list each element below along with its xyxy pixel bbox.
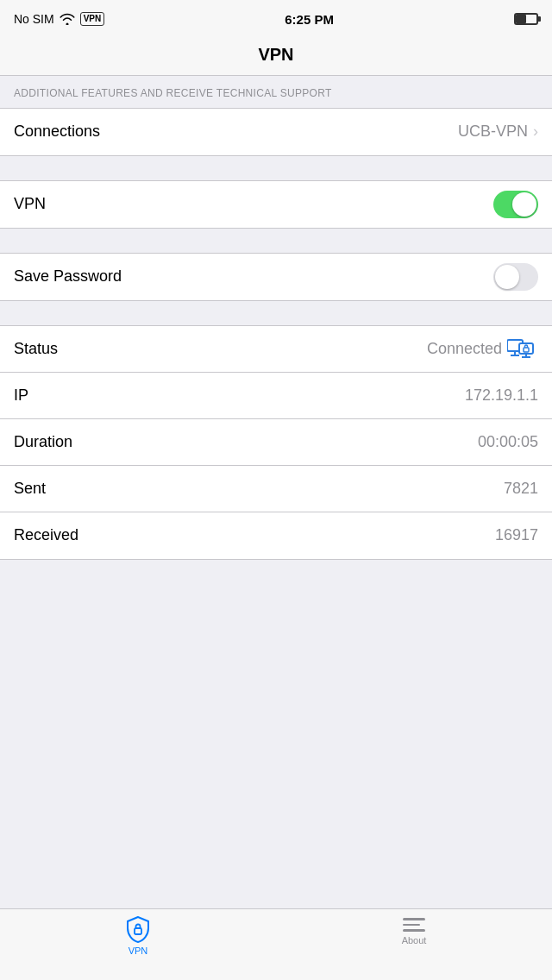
connections-group: Connections UCB-VPN › (0, 108, 552, 156)
duration-value: 00:00:05 (478, 433, 538, 451)
save-password-toggle[interactable] (493, 263, 538, 291)
status-left: No SIM VPN (14, 12, 104, 26)
duration-label: Duration (14, 433, 72, 451)
connected-icon (507, 336, 538, 361)
connections-chevron: › (533, 122, 538, 141)
info-group: Status Connected (0, 325, 552, 560)
wifi-icon (60, 13, 75, 25)
connections-value: UCB-VPN › (458, 122, 538, 141)
tab-about[interactable]: About (276, 916, 552, 945)
page-title: VPN (258, 45, 293, 64)
status-bar: No SIM VPN 6:25 PM (0, 0, 552, 38)
section-header: ADDITIONAL FEATURES AND RECEIVE TECHNICA… (0, 76, 552, 108)
vpn-toggle-thumb (512, 192, 536, 217)
svg-rect-7 (135, 928, 141, 934)
save-password-group: Save Password (0, 253, 552, 301)
vpn-toggle-row: VPN (0, 181, 552, 228)
received-value: 16917 (495, 526, 538, 544)
main-content: ADDITIONAL FEATURES AND RECEIVE TECHNICA… (0, 76, 552, 946)
status-row: Status Connected (0, 326, 552, 373)
spacer-3 (0, 301, 552, 325)
spacer-2 (0, 229, 552, 253)
status-label: Status (14, 340, 58, 358)
received-label: Received (14, 526, 78, 544)
ip-label: IP (14, 386, 28, 405)
save-password-toggle-thumb (495, 265, 519, 289)
vpn-toggle[interactable] (493, 191, 538, 218)
vpn-tab-icon (126, 916, 150, 944)
tab-vpn[interactable]: VPN (0, 916, 276, 956)
received-row: Received 16917 (0, 512, 552, 559)
status-right (514, 13, 538, 25)
vpn-tab-label: VPN (129, 945, 148, 956)
tab-bar: VPN About (0, 908, 552, 980)
status-time: 6:25 PM (285, 12, 334, 27)
ip-row: IP 172.19.1.1 (0, 373, 552, 419)
vpn-toggle-group: VPN (0, 180, 552, 229)
vpn-status-badge: VPN (80, 12, 105, 26)
vpn-toggle-label: VPN (14, 195, 46, 213)
page-title-bar: VPN (0, 38, 552, 76)
sent-value: 7821 (504, 480, 538, 498)
about-tab-icon (403, 916, 425, 933)
spacer-1 (0, 156, 552, 180)
carrier-label: No SIM (14, 12, 54, 26)
battery-icon (514, 13, 538, 25)
save-password-row: Save Password (0, 254, 552, 300)
save-password-label: Save Password (14, 267, 122, 286)
sent-row: Sent 7821 (0, 466, 552, 512)
status-value: Connected (427, 336, 538, 361)
sent-label: Sent (14, 480, 46, 498)
connections-label: Connections (14, 122, 100, 141)
about-tab-label: About (402, 935, 427, 945)
ip-value: 172.19.1.1 (465, 386, 538, 405)
connections-row[interactable]: Connections UCB-VPN › (0, 109, 552, 155)
duration-row: Duration 00:00:05 (0, 419, 552, 466)
